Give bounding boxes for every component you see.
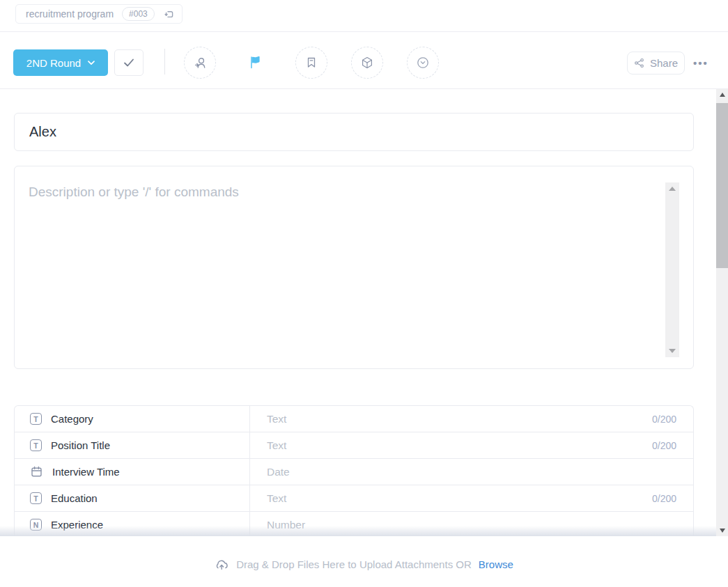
field-value-placeholder: Text	[267, 492, 286, 505]
breadcrumb[interactable]: recruitment program #003	[15, 4, 183, 24]
priority-flag-button[interactable]	[245, 53, 265, 72]
complete-task-button[interactable]	[114, 49, 144, 76]
chevron-down-icon	[88, 61, 95, 65]
drop-files-label: Drag & Drop Files Here to Upload Attachm…	[236, 558, 472, 570]
custom-fields-table: T Category Text 0/200 T Position Title T…	[14, 405, 694, 536]
description-placeholder: Description or type '/' for commands	[29, 185, 239, 200]
bookmark-icon	[304, 56, 318, 70]
description-scrollbar[interactable]	[665, 182, 679, 357]
dependencies-button[interactable]	[351, 47, 383, 79]
field-label: Position Title	[51, 439, 110, 451]
field-label: Experience	[51, 519, 103, 531]
scroll-down-icon[interactable]	[669, 349, 676, 353]
task-id-badge: #003	[122, 7, 155, 21]
field-label: Category	[51, 413, 93, 425]
status-label: 2ND Round	[26, 57, 81, 69]
add-tag-button[interactable]	[295, 47, 327, 79]
text-field-icon: T	[30, 439, 42, 451]
field-value-placeholder: Date	[267, 466, 290, 478]
scroll-up-icon	[720, 93, 725, 97]
field-name-cell[interactable]: T Position Title	[15, 432, 250, 458]
task-content: Alex Description or type '/' for command…	[0, 89, 728, 536]
toolbar-divider	[164, 49, 165, 75]
status-automation-button[interactable]	[407, 47, 439, 79]
circle-chevron-icon	[415, 55, 431, 70]
scroll-down-icon	[720, 529, 725, 533]
field-label: Education	[51, 492, 98, 504]
flag-icon	[247, 55, 263, 70]
task-title: Alex	[29, 124, 56, 140]
char-counter: 0/200	[652, 440, 676, 451]
table-row: T Education Text 0/200	[15, 485, 693, 512]
share-label: Share	[650, 57, 678, 69]
task-title-input[interactable]: Alex	[14, 113, 694, 151]
scrollbar-down-button[interactable]	[716, 525, 728, 536]
scroll-up-icon[interactable]	[669, 187, 676, 191]
attachment-drop-zone[interactable]: Drag & Drop Files Here to Upload Attachm…	[0, 536, 728, 587]
field-value-placeholder: Number	[267, 519, 305, 531]
assignee-icon	[193, 56, 208, 70]
share-icon	[634, 58, 644, 68]
field-value-cell[interactable]: Date	[250, 459, 693, 485]
field-name-cell[interactable]: N Experience	[15, 512, 250, 536]
field-value-cell[interactable]: Text 0/200	[250, 485, 693, 511]
share-button[interactable]: Share	[627, 52, 685, 75]
table-row: Interview Time Date	[15, 459, 693, 485]
table-row: N Experience Number	[15, 512, 693, 536]
cloud-upload-icon	[215, 558, 229, 570]
table-row: T Position Title Text 0/200	[15, 432, 693, 459]
cube-icon	[360, 56, 374, 70]
field-value-placeholder: Text	[267, 439, 286, 452]
list-name: recruitment program	[26, 8, 114, 19]
description-editor[interactable]: Description or type '/' for commands	[14, 166, 694, 369]
char-counter: 0/200	[652, 414, 676, 425]
more-options-button[interactable]: •••	[693, 52, 708, 75]
page-scrollbar[interactable]	[716, 89, 728, 536]
table-row: T Category Text 0/200	[15, 406, 693, 432]
field-name-cell[interactable]: T Category	[15, 406, 250, 432]
field-value-cell[interactable]: Text 0/200	[250, 406, 693, 432]
char-counter: 0/200	[652, 493, 676, 504]
text-field-icon: T	[30, 492, 42, 504]
add-assignee-button[interactable]	[184, 47, 216, 79]
toolbar: 2ND Round	[0, 32, 728, 89]
check-icon	[123, 57, 135, 68]
move-task-icon[interactable]	[163, 8, 175, 20]
field-name-cell[interactable]: Interview Time	[15, 459, 250, 485]
field-value-cell[interactable]: Text 0/200	[250, 432, 693, 458]
header-bar: recruitment program #003	[0, 0, 728, 32]
scrollbar-thumb[interactable]	[716, 103, 728, 268]
field-name-cell[interactable]: T Education	[15, 485, 250, 511]
ellipsis-icon: •••	[693, 57, 708, 69]
text-field-icon: T	[30, 413, 42, 425]
field-value-placeholder: Text	[267, 413, 286, 425]
browse-link[interactable]: Browse	[479, 558, 513, 570]
status-button[interactable]: 2ND Round	[13, 49, 108, 76]
field-label: Interview Time	[52, 466, 120, 478]
field-value-cell[interactable]: Number	[250, 512, 693, 536]
number-field-icon: N	[30, 519, 42, 531]
date-field-icon	[30, 465, 43, 478]
scrollbar-up-button[interactable]	[716, 89, 728, 100]
